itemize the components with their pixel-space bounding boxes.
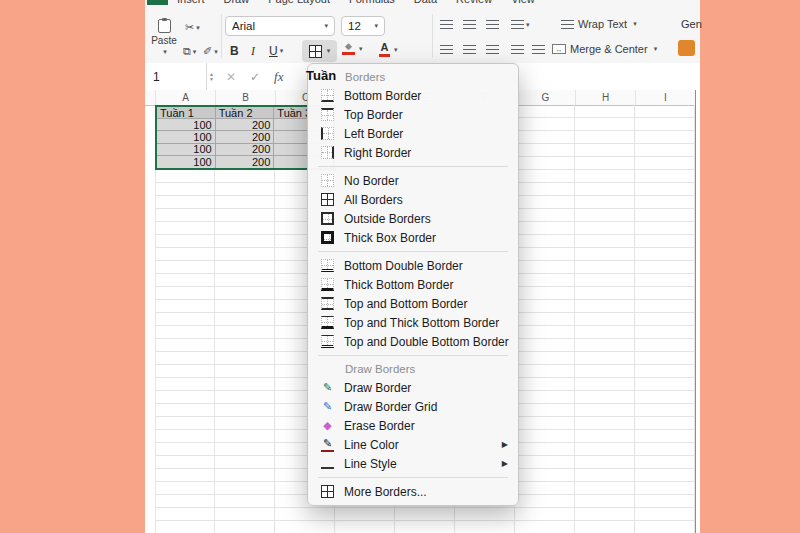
column-header-i[interactable]: I [636, 90, 696, 105]
all-borders-icon [321, 193, 334, 206]
column-header-a[interactable]: A [156, 90, 216, 105]
font-color-indicator [379, 54, 390, 57]
menu-header-label: Draw Borders [345, 363, 415, 375]
cancel-entry-icon[interactable]: ✕ [226, 70, 236, 84]
tab-draw[interactable]: Draw [224, 0, 250, 5]
name-box[interactable]: 1 [145, 63, 207, 90]
align-bottom-icon[interactable] [486, 20, 499, 29]
top-border-icon [321, 108, 334, 121]
menu-item-no-border[interactable]: No Border [308, 171, 518, 190]
underline-button[interactable]: U ▾ [269, 44, 283, 58]
cell-a3[interactable]: 100 [157, 131, 216, 143]
ribbon-tab-bar: Insert Draw Page Layout Formulas Data Re… [145, 0, 700, 9]
chevron-down-icon: ▾ [374, 22, 378, 30]
menu-item-draw-border-grid[interactable]: ✎ Draw Border Grid [308, 397, 518, 416]
merge-center-icon: ↔ [552, 44, 566, 54]
borders-dropdown-menu: Borders Bottom Border Top Border Left Bo… [307, 63, 519, 506]
menu-item-thick-bottom-border[interactable]: Thick Bottom Border [308, 275, 518, 294]
menu-item-right-border[interactable]: Right Border [308, 143, 518, 162]
copy-button[interactable]: ⧉ ▾ [183, 45, 196, 58]
chevron-down-icon: ▾ [163, 48, 167, 56]
menu-item-all-borders[interactable]: All Borders [308, 190, 518, 209]
menu-item-top-and-bottom-border[interactable]: Top and Bottom Border [308, 294, 518, 313]
menu-separator [318, 166, 508, 167]
menu-item-label: All Borders [344, 193, 403, 207]
increase-indent-icon[interactable] [532, 45, 545, 54]
orientation-button[interactable]: ▾ [511, 20, 530, 29]
menu-item-label: Right Border [344, 146, 411, 160]
cell-b1[interactable]: Tuần 2 [216, 107, 275, 119]
cell-value: 100 [193, 156, 211, 168]
font-size-select[interactable]: 12 ▾ [341, 16, 385, 36]
menu-item-line-style[interactable]: Line Style ▶ [308, 454, 518, 473]
fill-color-button[interactable]: ◆ ▾ [342, 42, 363, 55]
tab-formulas[interactable]: Formulas [349, 0, 395, 5]
column-letter: A [182, 92, 189, 103]
italic-label: I [251, 44, 255, 59]
tab-view[interactable]: View [511, 0, 535, 5]
fill-bucket-icon: ◆ [345, 42, 352, 51]
menu-item-label: Thick Bottom Border [344, 278, 453, 292]
column-header-b[interactable]: B [216, 90, 276, 105]
menu-item-line-color[interactable]: ✎ Line Color ▶ [308, 435, 518, 454]
tab-review[interactable]: Review [456, 0, 492, 5]
decrease-indent-icon[interactable] [511, 45, 524, 54]
more-borders-icon [321, 485, 334, 498]
menu-item-top-border[interactable]: Top Border [308, 105, 518, 124]
cell-b2[interactable]: 200 [216, 119, 275, 131]
paste-button[interactable]: Paste ▾ [148, 13, 180, 61]
menu-item-more-borders[interactable]: More Borders... [308, 482, 518, 501]
menu-item-erase-border[interactable]: ◆ Erase Border [308, 416, 518, 435]
tab-data[interactable]: Data [414, 0, 437, 5]
bold-label: B [230, 44, 239, 58]
column-header-g[interactable]: G [516, 90, 576, 105]
menu-item-label: Outside Borders [344, 212, 431, 226]
wrap-text-button[interactable]: Wrap Text ▾ [561, 18, 637, 30]
menu-item-label: Line Style [344, 457, 397, 471]
cell-b5[interactable]: 200 [216, 156, 275, 168]
tab-page-layout[interactable]: Page Layout [268, 0, 330, 5]
chevron-down-icon: ▾ [214, 48, 218, 56]
menu-item-bottom-border[interactable]: Bottom Border [308, 86, 518, 105]
font-color-button[interactable]: A ▾ [379, 42, 398, 57]
cell-value: 200 [252, 119, 270, 131]
format-painter-button[interactable]: ✐ ▾ [203, 45, 218, 58]
menu-item-thick-box-border[interactable]: Thick Box Border [308, 228, 518, 247]
tab-insert[interactable]: Insert [177, 0, 205, 5]
merge-center-button[interactable]: ↔ Merge & Center ▾ [552, 43, 657, 55]
align-center-icon[interactable] [463, 45, 476, 54]
italic-button[interactable]: I [251, 44, 255, 59]
menu-item-left-border[interactable]: Left Border [308, 124, 518, 143]
insert-function-icon[interactable]: fx [274, 69, 283, 85]
number-format-label[interactable]: Gen [681, 18, 702, 30]
menu-item-top-and-double-bottom-border[interactable]: Top and Double Bottom Border [308, 332, 518, 351]
merge-center-label: Merge & Center [570, 43, 648, 55]
confirm-entry-icon[interactable]: ✓ [250, 70, 260, 84]
borders-grid-icon [309, 45, 322, 58]
cut-button[interactable]: ✂ ▾ [185, 21, 200, 34]
menu-item-top-and-thick-bottom-border[interactable]: Top and Thick Bottom Border [308, 313, 518, 332]
cell-a1[interactable]: Tuần 1 [157, 107, 216, 119]
menu-item-bottom-double-border[interactable]: Bottom Double Border [308, 256, 518, 275]
cell-a5[interactable]: 100 [157, 156, 216, 168]
menu-item-outside-borders[interactable]: Outside Borders [308, 209, 518, 228]
align-left-icon[interactable] [440, 45, 453, 54]
cell-a4[interactable]: 100 [157, 144, 216, 156]
align-middle-icon[interactable] [463, 20, 476, 29]
ribbon-tabs: Insert Draw Page Layout Formulas Data Re… [177, 0, 535, 5]
borders-button[interactable]: ▾ [302, 40, 337, 62]
number-format-icon[interactable] [678, 40, 695, 56]
top-and-bottom-border-icon [321, 297, 334, 310]
name-box-stepper[interactable]: ▲ ▼ [209, 72, 214, 82]
menu-item-draw-border[interactable]: ✎ Draw Border [308, 378, 518, 397]
cell-b3[interactable]: 200 [216, 131, 275, 143]
cell-a2[interactable]: 100 [157, 119, 216, 131]
bold-button[interactable]: B [230, 44, 239, 58]
align-top-icon[interactable] [440, 20, 453, 29]
column-header-h[interactable]: H [576, 90, 636, 105]
align-right-icon[interactable] [486, 45, 499, 54]
font-name-select[interactable]: Arial ▾ [225, 16, 335, 36]
menu-item-label: More Borders... [344, 485, 427, 499]
formula-bar-cell-text[interactable]: Tuần [306, 68, 336, 83]
cell-b4[interactable]: 200 [216, 144, 275, 156]
